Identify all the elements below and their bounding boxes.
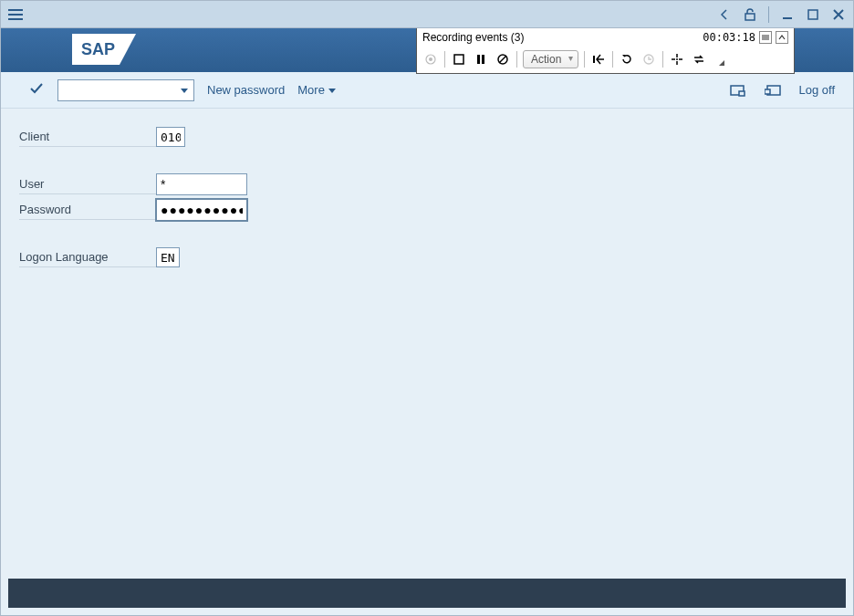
- password-input[interactable]: [156, 199, 247, 221]
- svg-rect-2: [808, 10, 818, 19]
- window-icon-1[interactable]: [729, 81, 747, 99]
- unlock-icon[interactable]: [741, 5, 759, 24]
- recording-list-icon[interactable]: [759, 31, 772, 44]
- recording-title: Recording events (3): [422, 31, 524, 44]
- client-label: Client: [19, 127, 156, 147]
- close-icon[interactable]: [829, 5, 848, 24]
- svg-rect-15: [593, 56, 595, 63]
- reset-icon[interactable]: [619, 51, 635, 68]
- no-capture-icon[interactable]: [495, 51, 511, 68]
- command-field[interactable]: [57, 79, 194, 101]
- logoff-button[interactable]: Log off: [798, 83, 835, 97]
- recording-panel: Recording events (3) 00:03:18 Action: [416, 28, 795, 74]
- insert-text-icon[interactable]: [590, 51, 607, 68]
- logon-form: Client User Password Logon Language: [1, 109, 853, 269]
- maximize-icon[interactable]: [804, 5, 822, 24]
- user-label: User: [19, 174, 156, 194]
- app-toolbar: New password More Log off: [1, 72, 853, 109]
- svg-rect-12: [482, 55, 484, 64]
- separator: [516, 51, 517, 68]
- back-icon[interactable]: [715, 5, 734, 24]
- clock-disabled-icon: [640, 51, 657, 68]
- separator: [444, 51, 445, 68]
- client-input[interactable]: [156, 127, 185, 147]
- svg-rect-0: [745, 14, 755, 20]
- svg-text:SAP: SAP: [81, 40, 115, 58]
- separator: [662, 51, 663, 68]
- separator: [584, 51, 585, 68]
- password-label: Password: [19, 200, 156, 220]
- record-icon[interactable]: [422, 51, 439, 68]
- new-password-button[interactable]: New password: [207, 83, 285, 97]
- window-titlebar: [1, 1, 853, 28]
- pause-icon[interactable]: [473, 51, 489, 68]
- recording-collapse-icon[interactable]: [776, 31, 788, 44]
- statusbar: [8, 579, 846, 608]
- dropdown-corner-icon[interactable]: [713, 54, 729, 70]
- stop-icon[interactable]: [451, 51, 467, 68]
- menu-icon[interactable]: [6, 5, 25, 24]
- action-select[interactable]: Action: [523, 50, 578, 68]
- minimize-icon[interactable]: [778, 5, 797, 24]
- recording-time: 00:03:18: [703, 31, 755, 44]
- sap-logo: SAP: [72, 34, 136, 68]
- loop-icon[interactable]: [691, 51, 707, 68]
- check-icon[interactable]: [28, 80, 45, 100]
- user-input[interactable]: [156, 173, 247, 195]
- svg-line-14: [499, 56, 506, 63]
- language-input[interactable]: [156, 247, 180, 267]
- svg-rect-10: [454, 55, 463, 64]
- svg-rect-21: [765, 89, 770, 94]
- language-label: Logon Language: [19, 247, 156, 267]
- svg-point-17: [676, 58, 678, 60]
- separator: [612, 51, 613, 68]
- adjust-icon[interactable]: [669, 51, 685, 68]
- svg-rect-11: [477, 55, 480, 64]
- window-icon-2[interactable]: [764, 81, 782, 99]
- svg-point-9: [429, 57, 432, 61]
- separator: [768, 6, 769, 23]
- more-button[interactable]: More: [297, 83, 336, 97]
- svg-rect-19: [739, 91, 745, 96]
